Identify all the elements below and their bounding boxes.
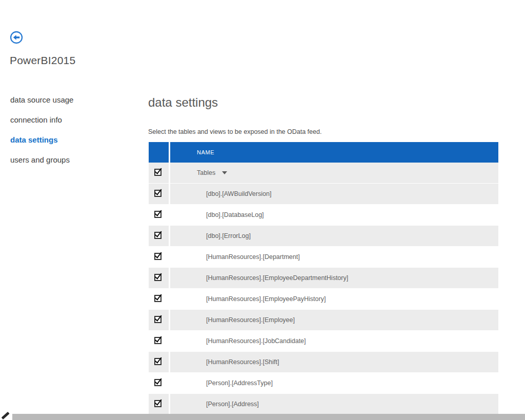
table-row: [HumanResources].[Shift]	[149, 352, 498, 373]
row-checkbox[interactable]	[154, 211, 161, 218]
row-checkbox-cell	[149, 394, 169, 414]
row-checkbox[interactable]	[154, 379, 161, 386]
table-body: Tables [dbo].[AWBuildVersion] [dbo].[Dat…	[149, 163, 498, 415]
row-checkbox-cell	[149, 373, 169, 393]
row-name: [HumanResources].[Employee]	[170, 310, 498, 330]
table-row: [Person].[Address]	[149, 394, 498, 415]
section-heading: data settings	[148, 95, 218, 110]
table-row: [HumanResources].[Department]	[149, 247, 498, 268]
row-checkbox-cell	[149, 289, 169, 309]
table-row: [HumanResources].[Employee]	[149, 310, 498, 331]
sidebar-item-users-and-groups[interactable]: users and groups	[10, 155, 128, 164]
row-checkbox-cell	[149, 310, 169, 330]
group-checkbox[interactable]	[154, 169, 161, 176]
row-checkbox[interactable]	[154, 316, 161, 323]
table-row: [dbo].[DatabaseLog]	[149, 205, 498, 226]
table-row: [HumanResources].[EmployeeDepartmentHist…	[149, 268, 498, 289]
chevron-down-icon[interactable]	[222, 171, 227, 174]
row-name: [HumanResources].[Department]	[170, 247, 498, 267]
row-checkbox[interactable]	[154, 190, 161, 197]
row-checkbox-cell	[149, 184, 169, 204]
row-name: [dbo].[ErrorLog]	[170, 226, 498, 246]
row-name: [dbo].[AWBuildVersion]	[170, 184, 498, 204]
table-row: [dbo].[AWBuildVersion]	[149, 184, 498, 205]
sidebar: data source usage connection info data s…	[10, 95, 128, 175]
sidebar-item-connection-info[interactable]: connection info	[10, 115, 128, 124]
table-row: [HumanResources].[JobCandidate]	[149, 331, 498, 352]
row-checkbox-cell	[149, 352, 169, 372]
row-name: [HumanResources].[Shift]	[170, 352, 498, 372]
group-label: Tables	[197, 169, 215, 176]
row-checkbox[interactable]	[154, 253, 161, 260]
row-checkbox[interactable]	[154, 337, 161, 344]
row-checkbox[interactable]	[154, 295, 161, 302]
sidebar-item-data-source-usage[interactable]: data source usage	[10, 95, 128, 104]
group-label-cell[interactable]: Tables	[170, 163, 498, 183]
mouse-cursor-icon	[2, 412, 10, 419]
row-checkbox[interactable]	[154, 358, 161, 365]
table-header-row: NAME	[149, 142, 498, 163]
row-name: [HumanResources].[EmployeePayHistory]	[170, 289, 498, 309]
row-name: [HumanResources].[EmployeeDepartmentHist…	[170, 268, 498, 288]
row-name: [Person].[AddressType]	[170, 373, 498, 393]
row-checkbox[interactable]	[154, 232, 161, 239]
back-button[interactable]	[10, 31, 23, 44]
group-checkbox-cell	[149, 163, 169, 183]
row-checkbox-cell	[149, 247, 169, 267]
sidebar-item-data-settings[interactable]: data settings	[10, 135, 128, 144]
row-name: [dbo].[DatabaseLog]	[170, 205, 498, 225]
row-checkbox-cell	[149, 226, 169, 246]
row-checkbox-cell	[149, 205, 169, 225]
row-checkbox[interactable]	[154, 274, 161, 281]
page-title: PowerBI2015	[10, 54, 75, 67]
table-row: [dbo].[ErrorLog]	[149, 226, 498, 247]
back-arrow-circle-icon	[10, 37, 23, 46]
row-checkbox-cell	[149, 331, 169, 351]
table-row: [Person].[AddressType]	[149, 373, 498, 394]
header-checkbox-cell	[149, 142, 169, 163]
section-description: Select the tables and views to be expose…	[148, 128, 321, 135]
row-checkbox[interactable]	[154, 400, 161, 407]
horizontal-scrollbar[interactable]	[12, 414, 525, 420]
table-group-row: Tables	[149, 163, 498, 184]
table-row: [HumanResources].[EmployeePayHistory]	[149, 289, 498, 310]
row-checkbox-cell	[149, 268, 169, 288]
row-name: [HumanResources].[JobCandidate]	[170, 331, 498, 351]
column-header-name[interactable]: NAME	[170, 142, 498, 163]
tables-list: NAME Tables [dbo].[AWBuildVersion] [dbo]…	[149, 142, 498, 415]
row-name: [Person].[Address]	[170, 394, 498, 414]
